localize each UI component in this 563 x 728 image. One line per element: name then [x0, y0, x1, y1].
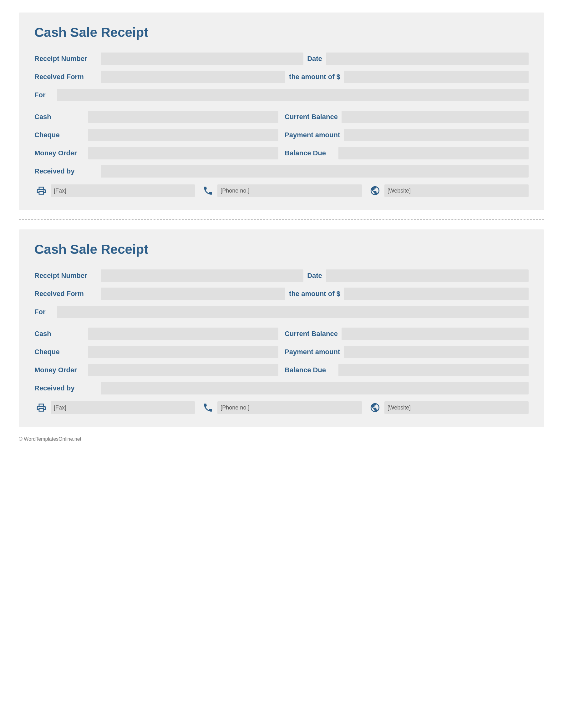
- footer-row-1: [Fax] [Phone no.] [Website]: [34, 184, 529, 198]
- cheque-label-1: Cheque: [34, 131, 84, 139]
- receipt-number-label-2: Receipt Number: [34, 272, 97, 280]
- amount-label-1: the amount of $: [289, 73, 340, 81]
- receipt-block-1: Cash Sale Receipt Receipt Number Date Re…: [19, 13, 544, 210]
- receipt-number-label: Receipt Number: [34, 55, 97, 63]
- receipt-title-2: Cash Sale Receipt: [34, 242, 529, 257]
- received-by-input-1[interactable]: [101, 165, 529, 178]
- received-form-amount-row: Received Form the amount of $: [34, 71, 529, 83]
- phone-icon-2: [201, 401, 215, 414]
- fax-input-2[interactable]: [Fax]: [51, 401, 195, 414]
- amount-input-1[interactable]: [344, 71, 529, 83]
- amount-input-2[interactable]: [344, 288, 529, 300]
- received-form-input-1[interactable]: [101, 71, 285, 83]
- payment-amount-label-1: Payment amount: [285, 131, 340, 139]
- for-label-2: For: [34, 308, 53, 316]
- phone-item-2: [Phone no.]: [201, 401, 362, 414]
- cheque-input-1[interactable]: [88, 129, 278, 141]
- website-item-2: [Website]: [368, 401, 529, 414]
- cash-label-2: Cash: [34, 330, 84, 338]
- current-balance-input-2[interactable]: [342, 328, 529, 340]
- amount-label-2: the amount of $: [289, 290, 340, 298]
- phone-icon-1: [201, 184, 215, 198]
- phone-input-1[interactable]: [Phone no.]: [217, 184, 362, 197]
- web-icon-1: [368, 184, 382, 198]
- balance-due-input-2[interactable]: [339, 364, 529, 376]
- website-text-1: [Website]: [388, 188, 411, 194]
- fax-text-2: [Fax]: [54, 404, 66, 411]
- cash-balance-row-2: Cash Current Balance: [34, 328, 529, 340]
- website-input-1[interactable]: [Website]: [385, 184, 529, 197]
- for-label-1: For: [34, 91, 53, 99]
- received-by-input-2[interactable]: [101, 382, 529, 394]
- received-form-input-2[interactable]: [101, 288, 285, 300]
- money-order-label-1: Money Order: [34, 149, 84, 157]
- cash-balance-row-1: Cash Current Balance: [34, 111, 529, 123]
- receipt-divider: [19, 219, 544, 220]
- cheque-payment-row-2: Cheque Payment amount: [34, 346, 529, 358]
- money-balance-row-2: Money Order Balance Due: [34, 364, 529, 376]
- cheque-label-2: Cheque: [34, 348, 84, 356]
- received-by-label-2: Received by: [34, 384, 97, 392]
- date-input-2[interactable]: [326, 269, 529, 282]
- fax-input-1[interactable]: [Fax]: [51, 184, 195, 197]
- cash-input-1[interactable]: [88, 111, 278, 123]
- balance-due-label-2: Balance Due: [285, 366, 335, 374]
- cheque-payment-row-1: Cheque Payment amount: [34, 129, 529, 141]
- balance-due-label-1: Balance Due: [285, 149, 335, 157]
- cheque-input-2[interactable]: [88, 346, 278, 358]
- fax-icon-2: [34, 401, 48, 414]
- received-form-amount-row-2: Received Form the amount of $: [34, 288, 529, 300]
- for-row-2: For: [34, 306, 529, 318]
- fax-icon-1: [34, 184, 48, 198]
- received-by-label-1: Received by: [34, 167, 97, 175]
- phone-input-2[interactable]: [Phone no.]: [217, 401, 362, 414]
- web-icon-2: [368, 401, 382, 414]
- phone-item-1: [Phone no.]: [201, 184, 362, 198]
- payment-amount-label-2: Payment amount: [285, 348, 340, 356]
- receipt-title-1: Cash Sale Receipt: [34, 25, 529, 40]
- receipt-number-input[interactable]: [101, 53, 304, 65]
- for-input-1[interactable]: [57, 89, 529, 101]
- date-input[interactable]: [326, 53, 529, 65]
- cash-input-2[interactable]: [88, 328, 278, 340]
- for-row-1: For: [34, 89, 529, 101]
- svg-point-1: [43, 407, 44, 408]
- current-balance-label-1: Current Balance: [285, 113, 338, 121]
- receipt-block-2: Cash Sale Receipt Receipt Number Date Re…: [19, 229, 544, 427]
- date-label-2: Date: [307, 272, 322, 280]
- received-by-row-1: Received by: [34, 165, 529, 178]
- money-order-label-2: Money Order: [34, 366, 84, 374]
- cash-label-1: Cash: [34, 113, 84, 121]
- current-balance-label-2: Current Balance: [285, 330, 338, 338]
- money-order-input-2[interactable]: [88, 364, 278, 376]
- phone-text-1: [Phone no.]: [220, 188, 249, 194]
- date-label: Date: [307, 55, 322, 63]
- website-input-2[interactable]: [Website]: [385, 401, 529, 414]
- money-balance-row-1: Money Order Balance Due: [34, 147, 529, 159]
- receipt-number-date-row-2: Receipt Number Date: [34, 269, 529, 282]
- received-form-label-2: Received Form: [34, 290, 97, 298]
- copyright: © WordTemplatesOnline.net: [19, 436, 544, 442]
- receipt-number-input-2[interactable]: [101, 269, 304, 282]
- received-form-label-1: Received Form: [34, 73, 97, 81]
- received-by-row-2: Received by: [34, 382, 529, 394]
- money-order-input-1[interactable]: [88, 147, 278, 159]
- fax-item-2: [Fax]: [34, 401, 195, 414]
- payment-amount-input-1[interactable]: [344, 129, 529, 141]
- website-item-1: [Website]: [368, 184, 529, 198]
- receipt-number-date-row: Receipt Number Date: [34, 53, 529, 65]
- fax-text-1: [Fax]: [54, 188, 66, 194]
- current-balance-input-1[interactable]: [342, 111, 529, 123]
- svg-point-0: [43, 190, 44, 191]
- footer-row-2: [Fax] [Phone no.] [Website]: [34, 401, 529, 414]
- balance-due-input-1[interactable]: [339, 147, 529, 159]
- for-input-2[interactable]: [57, 306, 529, 318]
- phone-text-2: [Phone no.]: [220, 404, 249, 411]
- website-text-2: [Website]: [388, 404, 411, 411]
- payment-amount-input-2[interactable]: [344, 346, 529, 358]
- fax-item-1: [Fax]: [34, 184, 195, 198]
